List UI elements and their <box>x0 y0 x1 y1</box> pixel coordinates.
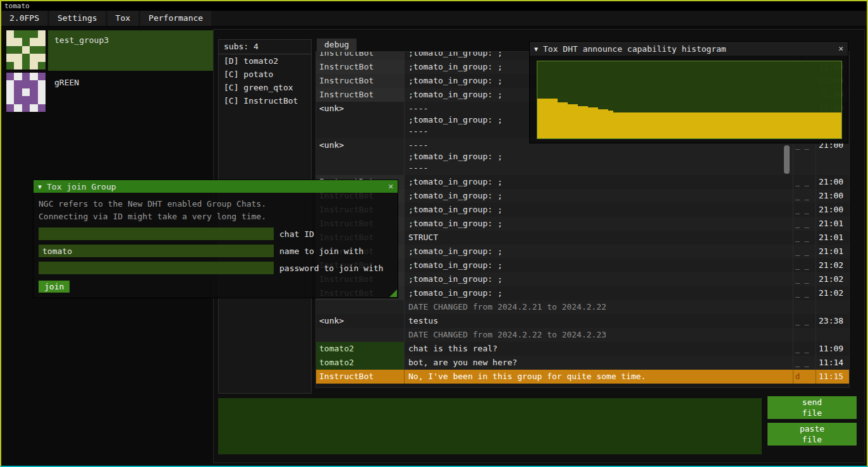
join-field-row: chat ID <box>39 227 393 240</box>
message-text: ----;tomato_in_group: ;---- <box>405 138 793 175</box>
message-flags: _ _ <box>793 342 816 356</box>
histogram-titlebar[interactable]: ▼ Tox DHT announce capability histogram … <box>530 42 848 56</box>
paste-file-button[interactable]: paste file <box>767 423 857 446</box>
message-row[interactable]: <unk>testus_ _23:38 <box>316 314 849 328</box>
message-text: ;tomato_in_group: ; <box>405 245 793 258</box>
sender-name: <unk> <box>316 102 405 138</box>
histogram-bar <box>720 112 725 138</box>
histogram-bar <box>781 112 786 138</box>
message-text: bot, are you new here? <box>405 356 793 370</box>
message-time: 21:02 <box>816 272 849 286</box>
message-flags: _ _ <box>793 258 816 272</box>
join-group-body: NGC refers to the New DHT enabled Group … <box>34 193 398 298</box>
join-field-row: name to join with <box>39 245 393 257</box>
message-flags: _ _ <box>793 138 816 175</box>
group-item-gREEN[interactable]: gREEN <box>6 73 213 113</box>
histogram-bar <box>659 112 664 138</box>
histogram-bar <box>537 99 542 138</box>
histogram-bar <box>755 112 761 138</box>
date-separator-row: DATE CHANGED from 2024.2.21 to 2024.2.22 <box>316 300 849 314</box>
member-item[interactable]: [C] green_qtox <box>219 81 311 94</box>
join-fields: chat IDname to join withpassword to join… <box>39 227 393 274</box>
member-item[interactable]: [D] tomato2 <box>219 54 311 68</box>
join-name-input[interactable] <box>39 245 274 257</box>
collapse-arrow-icon[interactable]: ▼ <box>38 183 42 190</box>
histogram-bar <box>801 112 806 138</box>
message-row[interactable]: tomato2chat is this real?_ _11:09 <box>316 342 849 356</box>
close-icon[interactable]: ✕ <box>388 180 393 193</box>
message-flags: _ _ <box>793 175 816 189</box>
message-time: 21:02 <box>816 286 849 300</box>
histogram-bar <box>816 112 821 138</box>
sender-name: tomato2 <box>316 356 405 370</box>
sender-name: InstructBot <box>316 60 405 74</box>
close-icon[interactable]: ✕ <box>838 42 843 56</box>
message-text: No, I've been in this group for quite so… <box>405 370 793 384</box>
chat-id-input[interactable] <box>39 227 274 240</box>
histogram-title: Tox DHT announce capability histogram <box>543 44 726 54</box>
histogram-bar <box>578 106 583 138</box>
message-time: 21:00 <box>816 203 849 217</box>
menu-bar: 2.0FPSSettingsToxPerformance <box>1 11 867 27</box>
message-flags: _ _ <box>793 272 816 286</box>
histogram-bar <box>821 112 826 138</box>
sender-name: <unk> <box>316 314 405 328</box>
histogram-bar <box>730 112 735 138</box>
histogram-bar <box>654 112 659 138</box>
message-row[interactable]: InstructBotNo, I've been in this group f… <box>316 370 849 384</box>
histogram-bar <box>725 112 730 138</box>
chat-scrollbar-thumb[interactable] <box>784 145 790 174</box>
message-flags: d <box>793 370 816 384</box>
sender-name: <unk> <box>316 138 405 175</box>
message-row[interactable]: <unk>----;tomato_in_group: ;----_ _21:00 <box>316 138 849 175</box>
histogram-bar <box>679 112 684 138</box>
join-group-titlebar[interactable]: ▼ Tox join Group ✕ <box>34 180 398 193</box>
histogram-bar <box>598 109 603 138</box>
join-button[interactable]: join <box>39 281 70 293</box>
subs-count-label: subs: 4 <box>219 40 311 54</box>
menu-item-tox[interactable]: Tox <box>107 11 138 26</box>
message-flags: _ _ <box>793 314 816 328</box>
histogram-bar <box>786 112 791 138</box>
histogram-bar <box>806 112 811 138</box>
histogram-bar <box>628 112 633 138</box>
send-file-button[interactable]: send file <box>767 396 857 419</box>
member-item[interactable]: [C] InstructBot <box>219 94 311 107</box>
message-text: ;tomato_in_group: ; <box>405 272 793 286</box>
histogram-bar <box>568 104 573 138</box>
member-item[interactable]: [C] potato <box>219 68 311 81</box>
histogram-bar <box>740 112 745 138</box>
group-item-test_group3[interactable]: test_group3 <box>6 30 213 71</box>
collapse-arrow-icon[interactable]: ▼ <box>534 45 538 52</box>
message-time: 23:38 <box>816 314 849 328</box>
histogram-bar <box>644 112 649 138</box>
sender-name <box>316 328 405 342</box>
menu-item-performance[interactable]: Performance <box>140 11 211 26</box>
histogram-bar <box>776 112 781 138</box>
window-titlebar[interactable]: tomato <box>1 1 867 11</box>
tab-debug[interactable]: debug <box>317 39 357 51</box>
fps-counter: 2.0FPS <box>1 11 47 26</box>
message-text: ;tomato_in_group: ; <box>405 286 793 300</box>
app-window: tomato 2.0FPSSettingsToxPerformance test… <box>0 0 868 467</box>
histogram-bar <box>618 112 623 138</box>
message-time: 21:01 <box>816 245 849 258</box>
histogram-window: ▼ Tox DHT announce capability histogram … <box>529 41 848 143</box>
message-time: 21:00 <box>816 175 849 189</box>
join-password-input[interactable] <box>39 262 274 274</box>
message-text: chat is this real? <box>405 342 793 356</box>
message-time <box>816 300 849 314</box>
histogram-bar <box>766 112 771 138</box>
group-label: test_group3 <box>54 35 207 45</box>
group-avatar <box>6 73 46 112</box>
menu-item-settings[interactable]: Settings <box>49 11 106 26</box>
resize-grip[interactable] <box>389 289 397 297</box>
histogram-bar <box>689 112 694 138</box>
histogram-bar <box>796 112 801 138</box>
message-input[interactable] <box>218 398 762 454</box>
message-time: 21:00 <box>816 138 849 175</box>
join-field-label: password to join with <box>279 264 383 273</box>
histogram-bar <box>547 99 553 138</box>
histogram-bar <box>553 99 558 138</box>
message-row[interactable]: tomato2bot, are you new here?_ _11:14 <box>316 356 849 370</box>
